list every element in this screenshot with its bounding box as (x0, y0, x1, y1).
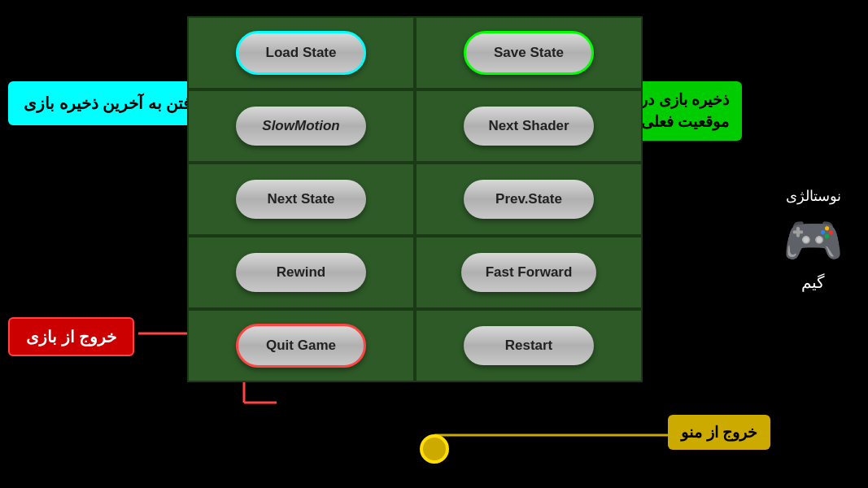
prev-state-button[interactable]: Prev.State (464, 180, 594, 219)
cell-fast-forward: Fast Forward (415, 236, 643, 309)
button-grid: Load State Save State SlowMotion Next Sh… (187, 16, 643, 382)
load-state-button[interactable]: Load State (236, 31, 366, 75)
next-state-button[interactable]: Next State (236, 180, 366, 219)
fast-forward-button[interactable]: Fast Forward (461, 253, 597, 292)
next-shader-button[interactable]: Next Shader (464, 107, 594, 146)
cell-slow-motion: SlowMotion (187, 89, 415, 163)
rewind-button[interactable]: Rewind (236, 253, 366, 292)
logo-area: نوستالژی 🎮 گیم (783, 187, 844, 292)
logo-title: نوستالژی (783, 187, 844, 205)
quit-game-button[interactable]: Quit Game (236, 324, 366, 368)
cell-next-shader: Next Shader (415, 89, 643, 163)
cell-save-state: Save State (415, 16, 643, 89)
exit-menu-label: خروج از منو (668, 415, 770, 450)
cell-prev-state: Prev.State (415, 163, 643, 236)
save-state-label: ذخیره بازی درموقعیت فعلی (627, 81, 742, 141)
cell-next-state: Next State (187, 163, 415, 236)
cell-quit-game: Quit Game (187, 309, 415, 382)
cell-load-state: Load State (187, 16, 415, 89)
cell-rewind: Rewind (187, 236, 415, 309)
controller-icon: 🎮 (783, 211, 844, 269)
save-state-button[interactable]: Save State (464, 31, 594, 75)
restart-button[interactable]: Restart (464, 326, 594, 365)
bottom-circle[interactable] (420, 434, 449, 464)
cell-restart: Restart (415, 309, 643, 382)
load-state-label: رفتن به آخرین ذخیره بازی (8, 81, 215, 125)
quit-game-label: خروج از بازی (8, 317, 134, 356)
slow-motion-button[interactable]: SlowMotion (236, 107, 366, 146)
logo-subtitle: گیم (783, 272, 844, 292)
